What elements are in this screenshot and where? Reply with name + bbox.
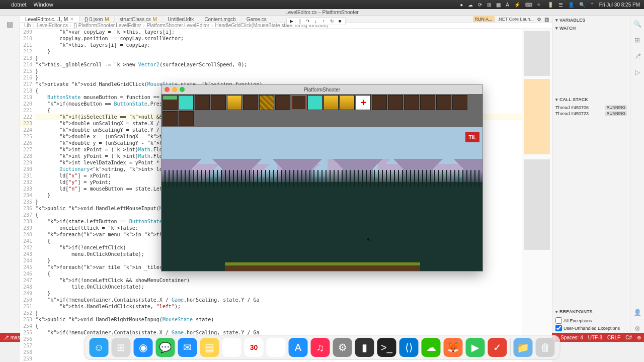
account-icon[interactable]: 👤 [633,308,642,317]
breakpoint-toggle[interactable]: All Exceptions [555,317,627,324]
debug-control-button[interactable]: ■ [337,18,343,24]
debug-control-button[interactable]: || [297,18,303,24]
debug-control-button[interactable]: ↻ [329,18,335,24]
status-item[interactable]: C# [625,335,632,340]
run-config-label[interactable]: RUN A... [473,16,495,22]
dock-app-vscode[interactable]: ⟨⟩ [399,338,419,357]
palette-tile[interactable] [291,95,306,110]
dock-app-launchpad[interactable]: ⊞ [112,338,131,357]
menubar-status-icon[interactable]: ⟳ [478,2,482,8]
breadcrumb-segment[interactable]: {} PlatformShooter.LevelEditor [73,23,141,28]
editor-tab[interactable]: LevelEditor.c...1, M✕ [20,16,79,22]
palette-tile[interactable] [436,95,451,110]
debug-control-button[interactable]: ↑ [321,18,327,24]
palette-tile[interactable] [163,111,178,126]
editor-tab[interactable]: Untitled.ldtk [163,16,199,22]
palette-tile[interactable] [179,111,194,126]
editor-tab[interactable]: Content.mgcb [199,16,241,22]
breakpoints-section[interactable]: ▾ BREAKPOINTS [552,308,630,316]
breadcrumb-segment[interactable]: LevelEditor.cs [37,23,68,28]
menubar-status-icon[interactable]: 🔍 [579,2,585,8]
breadcrumb-segment[interactable]: PlatformShooter.LevelEditor [147,23,210,28]
debug-control-button[interactable]: ▶ [289,18,295,24]
dock-app-music[interactable]: ♫ [311,338,330,357]
menu-window[interactable]: Window [34,2,53,8]
menubar-clock[interactable]: Fri Jul 30 8:25 PM [599,2,640,8]
thread-row[interactable]: Thread #450706RUNNING [555,105,627,111]
dock-app-photos[interactable]: ✿ [222,338,242,357]
palette-tile[interactable] [195,95,210,110]
breakpoint-toggle[interactable]: User-Unhandled Exceptions [555,324,627,332]
dock-app-safari[interactable]: ◉ [134,338,153,357]
split-editor-icon[interactable]: ▥ [544,17,549,22]
menubar-status-icon[interactable]: ⌃ [590,2,594,8]
menubar-status-icon[interactable]: 👤 [568,2,574,8]
palette-tile[interactable] [275,95,290,110]
dock-app-messages[interactable]: 💬 [156,338,175,357]
dock-app-folder[interactable]: 📁 [514,338,533,357]
menubar-status-icon[interactable]: ● [460,2,463,8]
search-icon[interactable]: 🔍 [633,19,642,28]
palette-tile[interactable] [388,95,403,110]
menubar-status-icon[interactable]: ᯤ [537,2,542,8]
menubar-status-icon[interactable]: 🔋 [547,2,553,8]
palette-tile[interactable] [420,95,435,110]
minimap[interactable] [522,29,552,362]
dock-app-dark[interactable]: ▮ [355,338,374,357]
breadcrumb-segment[interactable]: Lib [24,23,31,28]
game-canvas[interactable]: TIL ↖ [162,127,482,271]
palette-tile[interactable] [372,95,387,110]
dock-app-mail[interactable]: ✉ [178,338,197,357]
status-item[interactable]: ⊕ [637,335,641,340]
debug-icon[interactable]: ▷ [633,67,642,76]
menubar-status-icon[interactable]: ⚡ [514,2,520,8]
palette-tile[interactable] [179,95,194,110]
dock-app-trash[interactable]: 🗑 [536,338,555,357]
dock-app-wechat[interactable]: ☁ [422,338,441,357]
palette-tile[interactable] [356,95,371,110]
editor-tab[interactable]: structClass.csM [115,16,163,22]
dock-app-facetime[interactable]: ▶ [466,338,485,357]
editor-tab[interactable]: Game.cs [242,16,272,22]
editor-tab[interactable]: {} 0.jsonM [79,16,115,22]
run-target[interactable]: .NET Core Laun... [498,17,534,22]
dock-app-todoist[interactable]: ✓ [488,338,507,357]
status-item[interactable]: Spaces: 4 [560,335,583,340]
menubar-status-icon[interactable]: ⌨ [525,2,532,8]
dock-app-calendar[interactable]: 30 [245,338,264,357]
palette-tile[interactable] [324,95,339,110]
debug-control-button[interactable]: ↷ [305,18,311,24]
dock-app-settings[interactable]: ⚙ [333,338,352,357]
palette-tile[interactable] [404,95,419,110]
dock-app-notes[interactable]: ▤ [200,338,219,357]
app-name[interactable]: dotnet [11,2,27,8]
palette-tile[interactable] [163,95,178,110]
debug-control-button[interactable]: ↓ [313,18,319,24]
palette-tile[interactable] [211,95,226,110]
callstack-section[interactable]: ▾ CALL STACK [552,96,630,104]
settings-gear-icon[interactable]: ⚙ [633,324,642,333]
status-item[interactable]: UTF-8 [588,335,602,340]
menubar-status-icon[interactable]: ⊞ [487,2,491,8]
palette-tile[interactable] [307,95,323,110]
gear-icon[interactable]: ⚙ [537,17,541,22]
thread-row[interactable]: Thread #450723RUNNING [555,111,627,117]
palette-tile[interactable] [243,95,258,110]
palette-tile[interactable] [259,95,274,110]
palette-tile[interactable] [452,95,467,110]
variables-section[interactable]: ▾ VARIABLES [552,16,630,24]
dock-app-reminders[interactable]: ☰ [267,338,286,357]
palette-tile[interactable] [227,95,242,110]
extension-icon[interactable]: ⊞ [633,35,642,44]
menubar-status-icon[interactable]: ▦ [496,2,501,8]
dock-app-finder[interactable]: ☺ [90,338,109,357]
palette-tile[interactable] [340,95,355,110]
menubar-status-icon[interactable]: ☁ [468,2,473,8]
dock-app-firefox[interactable]: 🦊 [444,338,463,357]
dock-app-appstore[interactable]: A [289,338,308,357]
dock-app-terminal[interactable]: >_ [377,338,396,357]
menubar-status-icon[interactable]: A [506,2,509,8]
scm-icon[interactable]: ⎇ [633,51,642,60]
menubar-status-icon[interactable]: ☰ [558,2,563,8]
status-item[interactable]: CRLF [607,335,620,340]
